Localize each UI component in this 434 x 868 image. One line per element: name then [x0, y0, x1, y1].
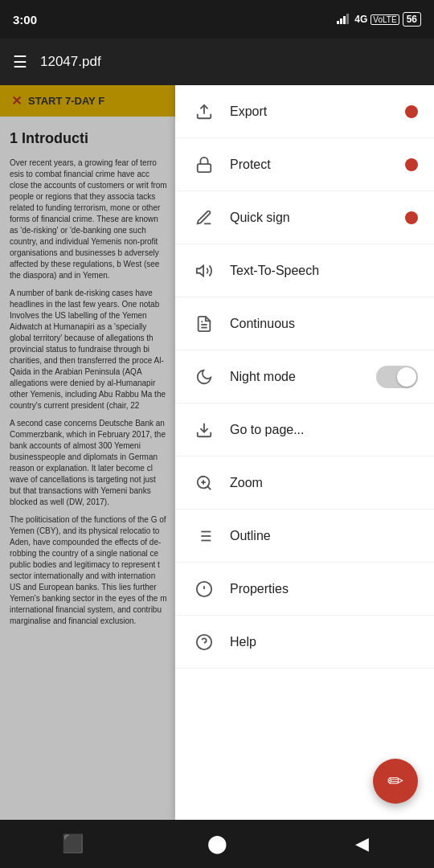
- help-label: Help: [230, 635, 418, 649]
- svg-rect-8: [198, 164, 211, 172]
- night-mode-icon: [191, 364, 217, 390]
- svg-line-14: [207, 486, 211, 489]
- continuous-label: Continuous: [230, 317, 418, 331]
- nav-square[interactable]: ⬛: [52, 824, 92, 864]
- continuous-icon: [191, 311, 217, 337]
- fab-edit[interactable]: ✏: [373, 759, 418, 804]
- bottom-nav: ⬛ ⬤ ◀: [0, 820, 434, 868]
- app-bar: ☰ 12047.pdf: [0, 39, 434, 85]
- night-mode-toggle[interactable]: [376, 366, 418, 388]
- signal-icon: [337, 13, 351, 27]
- menu-item-help[interactable]: Help: [175, 616, 434, 669]
- quick-sign-label: Quick sign: [230, 211, 405, 225]
- menu-item-go-to-page[interactable]: Go to page...: [175, 403, 434, 457]
- hamburger-menu[interactable]: ☰: [13, 52, 27, 72]
- svg-rect-2: [343, 16, 346, 24]
- protect-icon: [191, 152, 217, 178]
- svg-rect-1: [340, 18, 342, 24]
- protect-label: Protect: [230, 158, 405, 172]
- quick-sign-badge: [405, 211, 418, 224]
- battery-icon: 56: [403, 12, 421, 27]
- menu-overlay: Export Protect Quick sign: [0, 39, 434, 820]
- menu-item-zoom[interactable]: Zoom: [175, 457, 434, 510]
- tts-label: Text-To-Speech: [230, 264, 418, 278]
- outline-icon: [191, 523, 217, 549]
- export-badge: [405, 105, 418, 118]
- dropdown-panel: Export Protect Quick sign: [175, 85, 434, 820]
- go-to-page-label: Go to page...: [230, 423, 418, 437]
- help-icon: [191, 629, 217, 655]
- menu-item-properties[interactable]: Properties: [175, 563, 434, 616]
- app-title: 12047.pdf: [40, 54, 421, 70]
- status-icons: 4G VoLTE 56: [337, 12, 421, 27]
- time: 3:00: [13, 13, 37, 27]
- menu-item-protect[interactable]: Protect: [175, 138, 434, 191]
- status-bar: 3:00 4G VoLTE 56: [0, 0, 434, 39]
- go-to-page-icon: [191, 417, 217, 443]
- toggle-knob: [397, 367, 416, 387]
- properties-label: Properties: [230, 582, 418, 596]
- volte-icon: VoLTE: [371, 14, 399, 25]
- protect-badge: [405, 158, 418, 171]
- nav-back[interactable]: ◀: [342, 824, 382, 864]
- svg-rect-0: [337, 21, 339, 24]
- menu-item-outline[interactable]: Outline: [175, 510, 434, 563]
- network-type: 4G: [354, 14, 367, 25]
- zoom-icon: [191, 470, 217, 496]
- menu-item-tts[interactable]: Text-To-Speech: [175, 244, 434, 297]
- quick-sign-icon: [191, 205, 217, 231]
- svg-rect-3: [346, 14, 349, 24]
- nav-home[interactable]: ⬤: [197, 824, 237, 864]
- outline-label: Outline: [230, 529, 418, 543]
- menu-item-quick-sign[interactable]: Quick sign: [175, 191, 434, 244]
- export-icon: [191, 99, 217, 125]
- menu-item-export[interactable]: Export: [175, 85, 434, 138]
- menu-item-continuous[interactable]: Continuous: [175, 297, 434, 350]
- tts-icon: [191, 258, 217, 284]
- menu-item-night-mode[interactable]: Night mode: [175, 350, 434, 403]
- properties-icon: [191, 576, 217, 602]
- night-mode-label: Night mode: [230, 370, 376, 384]
- zoom-label: Zoom: [230, 476, 418, 490]
- export-label: Export: [230, 104, 405, 119]
- svg-marker-9: [197, 265, 203, 276]
